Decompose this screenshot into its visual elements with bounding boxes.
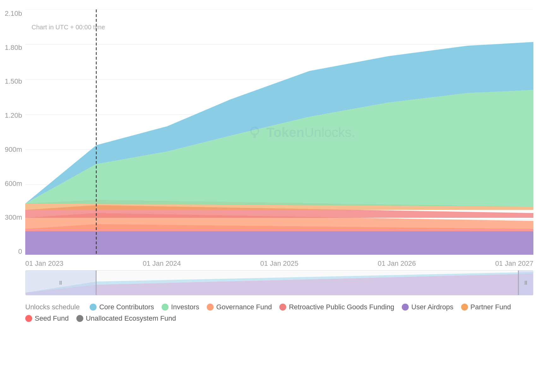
x-label-jan2027: 01 Jan 2027 [495,259,533,268]
legend-dot-seed [25,315,32,322]
legend-label-partner: Partner Fund [471,303,511,311]
right-handle-icon: ⏸ [523,280,529,286]
legend-dot-governance [207,304,214,311]
legend-label-unallocated: Unallocated Ecosystem Fund [86,314,176,323]
legend-row-2: Seed Fund Unallocated Ecosystem Fund [25,314,533,323]
y-label-2100m: 2.10b [5,9,22,18]
left-handle-icon: ⏸ [58,280,63,286]
legend-item-airdrops: User Airdrops [402,303,453,311]
chart-container: 2.10b 1.80b 1.50b 1.20b 900m 600m 300m 0 [0,0,546,392]
y-label-300m: 300m [5,213,22,222]
legend-label-airdrops: User Airdrops [411,303,453,311]
scrollbar-handle-right[interactable]: ⏸ [518,270,533,295]
legend-dot-rpgf [279,304,286,311]
y-label-1500m: 1.50b [5,77,22,86]
legend-row-1: Unlocks schedule Core Contributors Inves… [25,303,533,311]
legend-label-investors: Investors [171,303,199,311]
x-label-jan2023: 01 Jan 2023 [25,259,63,268]
y-label-600m: 600m [5,180,22,188]
scrollbar-container[interactable]: ⏸ ⏸ [25,270,533,295]
x-axis: 01 Jan 2023 01 Jan 2024 01 Jan 2025 01 J… [25,259,533,268]
legend-dot-airdrops [402,304,409,311]
y-label-1200m: 1.20b [5,111,22,120]
svg-marker-8 [25,231,533,255]
x-label-jan2024: 01 Jan 2024 [143,259,181,268]
legend-area: Unlocks schedule Core Contributors Inves… [25,303,533,323]
legend-dot-core [90,304,97,311]
legend-item-seed: Seed Fund [25,314,69,323]
legend-dot-unallocated [76,315,83,322]
scrollbar-handle-left[interactable]: ⏸ [26,270,97,295]
legend-label-seed: Seed Fund [35,314,69,323]
y-axis-labels: 2.10b 1.80b 1.50b 1.20b 900m 600m 300m 0 [5,9,22,256]
legend-dot-investors [162,304,169,311]
y-label-1800m: 1.80b [5,44,22,52]
legend-item-unallocated: Unallocated Ecosystem Fund [76,314,176,323]
legend-item-core: Core Contributors [90,303,154,311]
y-label-0: 0 [5,247,22,256]
scrollbar-center[interactable] [97,270,518,295]
x-label-jan2026: 01 Jan 2026 [378,259,416,268]
legend-item-investors: Investors [162,303,199,311]
chart-area: 2.10b 1.80b 1.50b 1.20b 900m 600m 300m 0 [25,9,533,256]
chart-subtitle: Chart in UTC + 00:00 time [32,24,105,31]
main-chart-svg: Today [25,9,533,256]
legend-item-partner: Partner Fund [461,303,511,311]
legend-dot-partner [461,304,468,311]
legend-schedule-label: Unlocks schedule [25,303,80,311]
legend-label-core: Core Contributors [99,303,154,311]
legend-item-governance: Governance Fund [207,303,272,311]
legend-label-rpgf: Retroactive Public Goods Funding [289,303,394,311]
legend-item-rpgf: Retroactive Public Goods Funding [279,303,394,311]
x-label-jan2025: 01 Jan 2025 [260,259,298,268]
legend-label-governance: Governance Fund [216,303,272,311]
y-label-900m: 900m [5,146,22,154]
